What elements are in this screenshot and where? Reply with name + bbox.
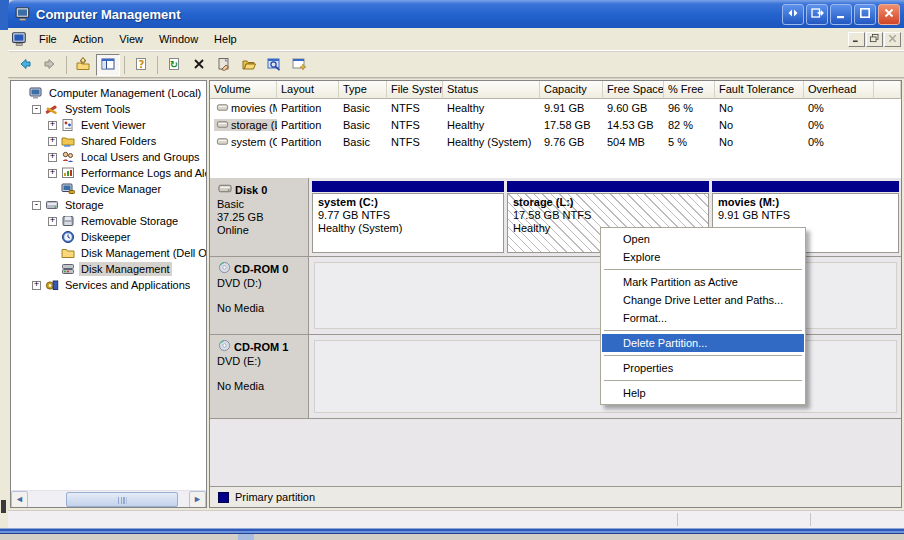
context-menu-item-format[interactable]: Format...: [602, 309, 804, 327]
context-menu-item-delete-partition[interactable]: Delete Partition...: [602, 334, 804, 352]
expand-toggle[interactable]: +: [32, 281, 41, 290]
disk-detail-line: Basic: [217, 198, 305, 211]
column-header-free[interactable]: % Free: [664, 81, 715, 99]
context-menu-item-properties[interactable]: Properties: [602, 359, 804, 377]
expand-toggle[interactable]: +: [48, 121, 57, 130]
scrollbar-thumb[interactable]: [66, 492, 178, 507]
tree-label: Event Viewer: [79, 118, 148, 132]
open-folder-icon: [242, 57, 256, 73]
menu-window[interactable]: Window: [151, 29, 206, 49]
mdi-close-button[interactable]: [884, 32, 901, 47]
column-header-capacity[interactable]: Capacity: [540, 81, 603, 99]
expand-toggle[interactable]: +: [48, 217, 57, 226]
spacer: [217, 368, 305, 380]
disk-info-disk-0[interactable]: Disk 0Basic37.25 GBOnline: [210, 178, 309, 256]
menu-file[interactable]: File: [31, 29, 65, 49]
column-header-fault-tolerance[interactable]: Fault Tolerance: [715, 81, 804, 99]
volume-icon: [216, 119, 229, 130]
forward-icon: [43, 57, 57, 73]
scroll-right-button[interactable]: ►: [189, 491, 206, 508]
tree-item-storage[interactable]: -Storage: [11, 197, 206, 213]
context-menu-item-change-drive-letter-and-paths[interactable]: Change Drive Letter and Paths...: [602, 291, 804, 309]
find-button[interactable]: [262, 54, 286, 76]
column-header-layout[interactable]: Layout: [277, 81, 339, 99]
tree-item-diskeeper[interactable]: Diskeeper: [11, 229, 206, 245]
tree-label: Disk Management (Dell Open: [79, 246, 207, 260]
volume-row-system-c[interactable]: system (C:)PartitionBasicNTFSHealthy (Sy…: [210, 133, 901, 150]
column-header-volume[interactable]: Volume: [210, 81, 277, 99]
volume-name: storage (L:): [214, 119, 277, 131]
column-header-type[interactable]: Type: [339, 81, 387, 99]
tree-item-performance-logs-and-alerts[interactable]: +Performance Logs and Alerts: [11, 165, 206, 181]
scrollbar-track[interactable]: [28, 491, 189, 508]
volume-row-movies-m[interactable]: movies (M:)PartitionBasicNTFSHealthy9.91…: [210, 99, 901, 116]
tree-item-local-users-and-groups[interactable]: +Local Users and Groups: [11, 149, 206, 165]
properties-button[interactable]: [212, 54, 236, 76]
volume-name: movies (M:): [214, 102, 277, 114]
cell-file-system: NTFS: [387, 99, 443, 116]
tree-item-shared-folders[interactable]: +Shared Folders: [11, 133, 206, 149]
context-menu-item-explore[interactable]: Explore: [602, 248, 804, 266]
tree-item-services-and-applications[interactable]: +Services and Applications: [11, 277, 206, 293]
disk-info-cd-rom-0[interactable]: CD-ROM 0DVD (D:)No Media: [210, 257, 309, 334]
collapse-toggle[interactable]: -: [32, 105, 41, 114]
refresh-button[interactable]: ↻: [162, 54, 186, 76]
legend-label: Primary partition: [235, 491, 315, 503]
forward-button[interactable]: [38, 54, 62, 76]
help-button[interactable]: ?: [129, 54, 153, 76]
partition-size: 9.77 GB NTFS: [318, 209, 498, 222]
tree-item-event-viewer[interactable]: +Event Viewer: [11, 117, 206, 133]
column-header-status[interactable]: Status: [443, 81, 540, 99]
mdi-restore-button[interactable]: [866, 32, 883, 47]
mdi-window-buttons: [848, 32, 904, 47]
primary-partition-band: [712, 181, 899, 192]
menu-help[interactable]: Help: [206, 29, 245, 49]
volume-row-storage-l[interactable]: storage (L:)PartitionBasicNTFSHealthy17.…: [210, 116, 901, 133]
column-header-file-system[interactable]: File System: [387, 81, 443, 99]
partition-system-c[interactable]: system (C:)9.77 GB NTFSHealthy (System): [312, 181, 504, 253]
expand-toggle[interactable]: +: [48, 137, 57, 146]
cell-status: Healthy: [443, 116, 540, 133]
cell-fault-tolerance: No: [715, 133, 804, 150]
maximize-button[interactable]: [854, 4, 876, 25]
delete-button[interactable]: [187, 54, 211, 76]
open-folder-button[interactable]: [237, 54, 261, 76]
tree-item-removable-storage[interactable]: +Removable Storage: [11, 213, 206, 229]
primary-partition-band: [312, 181, 504, 192]
tree-item-device-manager[interactable]: Device Manager: [11, 181, 206, 197]
menu-action[interactable]: Action: [65, 29, 112, 49]
tree-item-computer-management-local[interactable]: Computer Management (Local): [11, 85, 206, 101]
title-bar[interactable]: Computer Management: [8, 0, 904, 28]
expand-toggle[interactable]: +: [48, 153, 57, 162]
cell-file-system: NTFS: [387, 133, 443, 150]
cell-free: 5 %: [664, 133, 715, 150]
tree-item-system-tools[interactable]: -System Tools: [11, 101, 206, 117]
column-header-free-space[interactable]: Free Space: [603, 81, 664, 99]
collapse-toggle[interactable]: -: [32, 201, 41, 210]
views-button[interactable]: [287, 54, 311, 76]
context-menu-item-mark-partition-as-active[interactable]: Mark Partition as Active: [602, 273, 804, 291]
show-tree-button[interactable]: [96, 54, 120, 76]
menu-view[interactable]: View: [111, 29, 151, 49]
window-detach-button[interactable]: [806, 4, 828, 25]
expand-toggle[interactable]: +: [48, 169, 57, 178]
volume-label: storage (L:): [231, 119, 277, 131]
cell-free-space: 9.60 GB: [603, 99, 664, 116]
back-button[interactable]: [13, 54, 37, 76]
window-arrows-button[interactable]: [782, 4, 804, 25]
close-button[interactable]: [878, 4, 900, 25]
context-menu-item-open[interactable]: Open: [602, 230, 804, 248]
minimize-button[interactable]: [830, 4, 852, 25]
scroll-left-button[interactable]: ◄: [11, 491, 28, 508]
tree-item-disk-management[interactable]: Disk Management: [11, 261, 206, 277]
window-title: Computer Management: [36, 7, 180, 22]
up-folder-button[interactable]: [71, 54, 95, 76]
cd-icon: [217, 339, 234, 355]
tree-item-disk-management-dell-open[interactable]: Disk Management (Dell Open: [11, 245, 206, 261]
disk-info-cd-rom-1[interactable]: CD-ROM 1DVD (E:)No Media: [210, 335, 309, 418]
tree-horizontal-scrollbar[interactable]: ◄ ►: [11, 490, 206, 507]
mdi-child-icon: [11, 31, 28, 47]
mdi-minimize-button[interactable]: [848, 32, 865, 47]
context-menu-item-help[interactable]: Help: [602, 384, 804, 402]
column-header-overhead[interactable]: Overhead: [804, 81, 874, 99]
